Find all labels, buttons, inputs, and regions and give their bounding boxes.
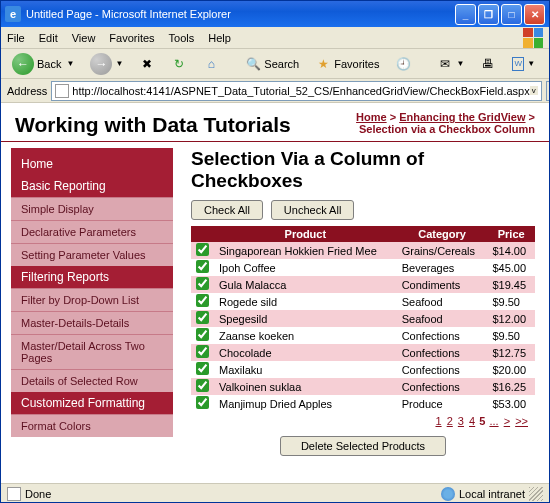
- discuss-button[interactable]: 💬: [546, 53, 550, 75]
- sidebar-section-custom-fmt[interactable]: Customized Formatting: [11, 392, 173, 414]
- products-table: Product Category Price Singaporean Hokki…: [191, 226, 535, 412]
- restore-button[interactable]: ❐: [478, 4, 499, 25]
- pager-1[interactable]: 1: [435, 415, 441, 427]
- check-all-button[interactable]: Check All: [191, 200, 263, 220]
- window-title-bar: e Untitled Page - Microsoft Internet Exp…: [1, 1, 549, 27]
- sidebar-item-setting-params[interactable]: Setting Parameter Values: [11, 243, 173, 266]
- main-content: Selection Via a Column of Checkboxes Che…: [173, 142, 549, 483]
- row-checkbox[interactable]: [196, 328, 209, 341]
- favorites-button[interactable]: ★Favorites: [310, 53, 384, 75]
- menu-view[interactable]: View: [72, 32, 96, 44]
- pager-2[interactable]: 2: [447, 415, 453, 427]
- table-row: ChocoladeConfections$12.75: [191, 344, 535, 361]
- row-checkbox[interactable]: [196, 311, 209, 324]
- pager-5-current: 5: [479, 415, 485, 427]
- cell-category: Seafood: [397, 293, 488, 310]
- sidebar-item-details-selected[interactable]: Details of Selected Row: [11, 369, 173, 392]
- table-row: Singaporean Hokkien Fried MeeGrains/Cere…: [191, 242, 535, 259]
- row-checkbox[interactable]: [196, 294, 209, 307]
- home-button[interactable]: ⌂: [198, 53, 224, 75]
- cell-category: Confections: [397, 327, 488, 344]
- cell-price: $12.00: [487, 310, 535, 327]
- cell-product: Maxilaku: [214, 361, 397, 378]
- row-checkbox[interactable]: [196, 243, 209, 256]
- menu-help[interactable]: Help: [208, 32, 231, 44]
- edit-button[interactable]: W▼: [507, 54, 540, 74]
- home-icon: ⌂: [203, 56, 219, 72]
- table-row: SpegesildSeafood$12.00: [191, 310, 535, 327]
- menu-tools[interactable]: Tools: [169, 32, 195, 44]
- sidebar-item-declarative-params[interactable]: Declarative Parameters: [11, 220, 173, 243]
- table-row: Manjimup Dried ApplesProduce$53.00: [191, 395, 535, 412]
- forward-icon: →: [90, 53, 112, 75]
- sidebar-item-format-colors[interactable]: Format Colors: [11, 414, 173, 437]
- pager-next[interactable]: >: [504, 415, 510, 427]
- status-bar: Done Local intranet: [1, 483, 549, 503]
- cell-category: Confections: [397, 378, 488, 395]
- minimize-button[interactable]: _: [455, 4, 476, 25]
- stop-button[interactable]: ✖: [134, 53, 160, 75]
- chevron-down-icon: ▼: [66, 59, 74, 68]
- search-icon: 🔍: [245, 56, 261, 72]
- search-button[interactable]: 🔍Search: [240, 53, 304, 75]
- row-checkbox[interactable]: [196, 277, 209, 290]
- cell-product: Chocolade: [214, 344, 397, 361]
- cell-price: $12.75: [487, 344, 535, 361]
- close-button[interactable]: ✕: [524, 4, 545, 25]
- history-icon: 🕘: [395, 56, 411, 72]
- row-checkbox[interactable]: [196, 260, 209, 273]
- table-row: Ipoh CoffeeBeverages$45.00: [191, 259, 535, 276]
- chevron-down-icon[interactable]: v: [530, 86, 538, 95]
- address-input[interactable]: http://localhost:4141/ASPNET_Data_Tutori…: [51, 81, 541, 101]
- sidebar-item-master-details[interactable]: Master-Details-Details: [11, 311, 173, 334]
- delete-selected-button[interactable]: Delete Selected Products: [280, 436, 446, 456]
- pager-3[interactable]: 3: [458, 415, 464, 427]
- cell-price: $14.00: [487, 242, 535, 259]
- go-button[interactable]: →Go: [546, 81, 550, 101]
- menu-file[interactable]: File: [7, 32, 25, 44]
- cell-price: $9.50: [487, 293, 535, 310]
- zone-icon: [441, 487, 455, 501]
- mail-button[interactable]: ✉▼: [432, 53, 469, 75]
- resize-grip[interactable]: [529, 487, 543, 501]
- menu-edit[interactable]: Edit: [39, 32, 58, 44]
- cell-category: Seafood: [397, 310, 488, 327]
- cell-price: $16.25: [487, 378, 535, 395]
- page-header: Working with Data Tutorials Home > Enhan…: [1, 103, 549, 142]
- print-button[interactable]: 🖶: [475, 53, 501, 75]
- cell-category: Condiments: [397, 276, 488, 293]
- pager-last[interactable]: >>: [515, 415, 528, 427]
- cell-price: $20.00: [487, 361, 535, 378]
- sidebar-item-master-detail-2p[interactable]: Master/Detail Across Two Pages: [11, 334, 173, 369]
- page-title: Working with Data Tutorials: [15, 113, 291, 137]
- sidebar-item-filter-ddl[interactable]: Filter by Drop-Down List: [11, 288, 173, 311]
- menu-bar: File Edit View Favorites Tools Help: [1, 27, 549, 49]
- back-icon: ←: [12, 53, 34, 75]
- uncheck-all-button[interactable]: Uncheck All: [271, 200, 354, 220]
- maximize-button[interactable]: □: [501, 4, 522, 25]
- menu-favorites[interactable]: Favorites: [109, 32, 154, 44]
- refresh-button[interactable]: ↻: [166, 53, 192, 75]
- back-button[interactable]: ← Back▼: [7, 50, 79, 78]
- breadcrumb-home[interactable]: Home: [356, 111, 387, 123]
- cell-category: Confections: [397, 344, 488, 361]
- sidebar-section-filtering[interactable]: Filtering Reports: [11, 266, 173, 288]
- row-checkbox[interactable]: [196, 379, 209, 392]
- pager-4[interactable]: 4: [469, 415, 475, 427]
- sidebar-item-home[interactable]: Home: [11, 153, 173, 175]
- cell-category: Beverages: [397, 259, 488, 276]
- cell-product: Singaporean Hokkien Fried Mee: [214, 242, 397, 259]
- pager-more[interactable]: ...: [489, 415, 498, 427]
- cell-product: Valkoinen suklaa: [214, 378, 397, 395]
- breadcrumb-section[interactable]: Enhancing the GridView: [399, 111, 525, 123]
- page-icon: [55, 84, 69, 98]
- forward-button[interactable]: → ▼: [85, 50, 128, 78]
- sidebar-item-simple-display[interactable]: Simple Display: [11, 197, 173, 220]
- table-row: Gula MalaccaCondiments$19.45: [191, 276, 535, 293]
- row-checkbox[interactable]: [196, 345, 209, 358]
- history-button[interactable]: 🕘: [390, 53, 416, 75]
- table-row: MaxilakuConfections$20.00: [191, 361, 535, 378]
- sidebar-section-basic[interactable]: Basic Reporting: [11, 175, 173, 197]
- row-checkbox[interactable]: [196, 362, 209, 375]
- row-checkbox[interactable]: [196, 396, 209, 409]
